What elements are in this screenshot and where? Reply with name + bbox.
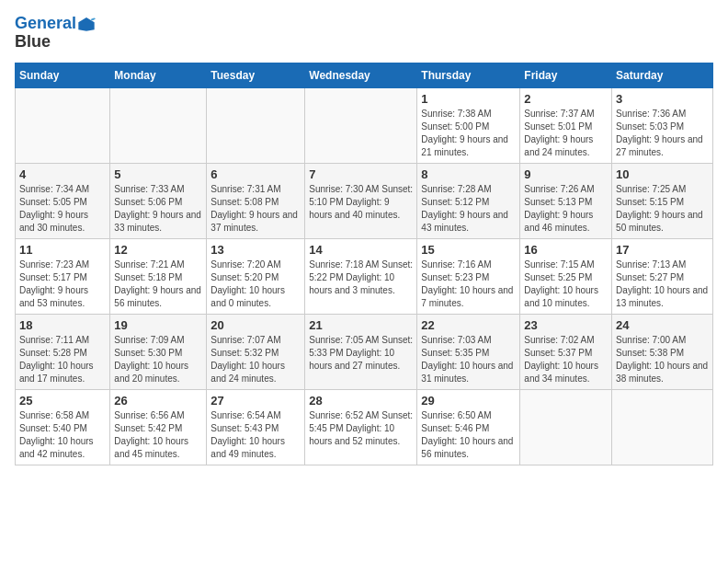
day-info: Sunrise: 7:07 AM Sunset: 5:32 PM Dayligh… bbox=[210, 334, 301, 385]
day-info: Sunrise: 7:30 AM Sunset: 5:10 PM Dayligh… bbox=[309, 183, 413, 222]
calendar-cell: 27Sunrise: 6:54 AM Sunset: 5:43 PM Dayli… bbox=[207, 390, 305, 465]
day-number: 9 bbox=[524, 167, 608, 181]
day-info: Sunrise: 7:16 AM Sunset: 5:23 PM Dayligh… bbox=[421, 259, 516, 310]
day-number: 1 bbox=[421, 92, 516, 106]
day-info: Sunrise: 7:38 AM Sunset: 5:00 PM Dayligh… bbox=[421, 108, 516, 159]
calendar-cell: 23Sunrise: 7:02 AM Sunset: 5:37 PM Dayli… bbox=[520, 315, 612, 390]
page-header: GeneralBlue bbox=[15, 15, 713, 52]
calendar-week-row: 25Sunrise: 6:58 AM Sunset: 5:40 PM Dayli… bbox=[16, 390, 713, 465]
header-saturday: Saturday bbox=[612, 63, 713, 88]
day-number: 5 bbox=[114, 167, 202, 181]
calendar-cell: 1Sunrise: 7:38 AM Sunset: 5:00 PM Daylig… bbox=[417, 88, 520, 164]
logo-text: GeneralBlue bbox=[15, 15, 97, 52]
day-info: Sunrise: 7:26 AM Sunset: 5:13 PM Dayligh… bbox=[524, 183, 608, 235]
calendar-header-row: SundayMondayTuesdayWednesdayThursdayFrid… bbox=[16, 63, 713, 88]
calendar-cell: 18Sunrise: 7:11 AM Sunset: 5:28 PM Dayli… bbox=[16, 315, 110, 390]
day-number: 12 bbox=[114, 243, 202, 257]
day-number: 17 bbox=[616, 243, 709, 257]
day-number: 13 bbox=[210, 243, 301, 257]
day-info: Sunrise: 7:28 AM Sunset: 5:12 PM Dayligh… bbox=[421, 183, 516, 235]
day-info: Sunrise: 6:56 AM Sunset: 5:42 PM Dayligh… bbox=[114, 409, 202, 461]
day-number: 29 bbox=[421, 394, 516, 408]
day-number: 11 bbox=[19, 243, 106, 257]
calendar-cell: 10Sunrise: 7:25 AM Sunset: 5:15 PM Dayli… bbox=[612, 164, 713, 239]
calendar-cell: 22Sunrise: 7:03 AM Sunset: 5:35 PM Dayli… bbox=[417, 315, 520, 390]
calendar-cell: 12Sunrise: 7:21 AM Sunset: 5:18 PM Dayli… bbox=[110, 239, 207, 315]
calendar-cell: 11Sunrise: 7:23 AM Sunset: 5:17 PM Dayli… bbox=[16, 239, 110, 315]
day-info: Sunrise: 7:00 AM Sunset: 5:38 PM Dayligh… bbox=[616, 334, 709, 385]
calendar-cell: 2Sunrise: 7:37 AM Sunset: 5:01 PM Daylig… bbox=[520, 88, 612, 164]
header-sunday: Sunday bbox=[16, 63, 110, 88]
day-number: 25 bbox=[19, 394, 106, 408]
day-number: 7 bbox=[309, 167, 413, 181]
day-number: 6 bbox=[210, 167, 301, 181]
day-info: Sunrise: 6:54 AM Sunset: 5:43 PM Dayligh… bbox=[210, 409, 301, 461]
calendar-cell: 3Sunrise: 7:36 AM Sunset: 5:03 PM Daylig… bbox=[612, 88, 713, 164]
day-number: 23 bbox=[524, 318, 608, 332]
day-info: Sunrise: 6:50 AM Sunset: 5:46 PM Dayligh… bbox=[421, 409, 516, 461]
day-info: Sunrise: 7:15 AM Sunset: 5:25 PM Dayligh… bbox=[524, 259, 608, 310]
day-number: 4 bbox=[19, 167, 106, 181]
day-info: Sunrise: 7:31 AM Sunset: 5:08 PM Dayligh… bbox=[210, 183, 301, 235]
calendar-cell: 26Sunrise: 6:56 AM Sunset: 5:42 PM Dayli… bbox=[110, 390, 207, 465]
day-info: Sunrise: 7:34 AM Sunset: 5:05 PM Dayligh… bbox=[19, 183, 106, 235]
calendar-cell: 19Sunrise: 7:09 AM Sunset: 5:30 PM Dayli… bbox=[110, 315, 207, 390]
calendar-week-row: 4Sunrise: 7:34 AM Sunset: 5:05 PM Daylig… bbox=[16, 164, 713, 239]
calendar-cell: 24Sunrise: 7:00 AM Sunset: 5:38 PM Dayli… bbox=[612, 315, 713, 390]
day-number: 26 bbox=[114, 394, 202, 408]
calendar-cell: 20Sunrise: 7:07 AM Sunset: 5:32 PM Dayli… bbox=[207, 315, 305, 390]
day-info: Sunrise: 7:20 AM Sunset: 5:20 PM Dayligh… bbox=[210, 259, 301, 310]
calendar-cell: 8Sunrise: 7:28 AM Sunset: 5:12 PM Daylig… bbox=[417, 164, 520, 239]
header-wednesday: Wednesday bbox=[305, 63, 417, 88]
calendar-cell: 7Sunrise: 7:30 AM Sunset: 5:10 PM Daylig… bbox=[305, 164, 417, 239]
day-number: 8 bbox=[421, 167, 516, 181]
day-number: 24 bbox=[616, 318, 709, 332]
day-info: Sunrise: 7:02 AM Sunset: 5:37 PM Dayligh… bbox=[524, 334, 608, 385]
day-info: Sunrise: 7:09 AM Sunset: 5:30 PM Dayligh… bbox=[114, 334, 202, 385]
header-friday: Friday bbox=[520, 63, 612, 88]
calendar-cell: 13Sunrise: 7:20 AM Sunset: 5:20 PM Dayli… bbox=[207, 239, 305, 315]
calendar-cell bbox=[612, 390, 713, 465]
day-number: 20 bbox=[210, 318, 301, 332]
day-info: Sunrise: 7:11 AM Sunset: 5:28 PM Dayligh… bbox=[19, 334, 106, 385]
day-info: Sunrise: 7:37 AM Sunset: 5:01 PM Dayligh… bbox=[524, 108, 608, 159]
day-info: Sunrise: 7:21 AM Sunset: 5:18 PM Dayligh… bbox=[114, 259, 202, 310]
calendar-cell: 14Sunrise: 7:18 AM Sunset: 5:22 PM Dayli… bbox=[305, 239, 417, 315]
calendar-cell: 25Sunrise: 6:58 AM Sunset: 5:40 PM Dayli… bbox=[16, 390, 110, 465]
day-info: Sunrise: 6:52 AM Sunset: 5:45 PM Dayligh… bbox=[309, 409, 413, 448]
calendar-table: SundayMondayTuesdayWednesdayThursdayFrid… bbox=[15, 63, 713, 465]
day-number: 22 bbox=[421, 318, 516, 332]
calendar-cell bbox=[16, 88, 110, 164]
day-number: 3 bbox=[616, 92, 709, 106]
calendar-cell: 17Sunrise: 7:13 AM Sunset: 5:27 PM Dayli… bbox=[612, 239, 713, 315]
calendar-cell: 9Sunrise: 7:26 AM Sunset: 5:13 PM Daylig… bbox=[520, 164, 612, 239]
day-info: Sunrise: 7:18 AM Sunset: 5:22 PM Dayligh… bbox=[309, 259, 413, 297]
calendar-cell: 16Sunrise: 7:15 AM Sunset: 5:25 PM Dayli… bbox=[520, 239, 612, 315]
day-info: Sunrise: 6:58 AM Sunset: 5:40 PM Dayligh… bbox=[19, 409, 106, 461]
calendar-cell bbox=[520, 390, 612, 465]
day-number: 27 bbox=[210, 394, 301, 408]
calendar-cell: 29Sunrise: 6:50 AM Sunset: 5:46 PM Dayli… bbox=[417, 390, 520, 465]
day-number: 18 bbox=[19, 318, 106, 332]
day-number: 28 bbox=[309, 394, 413, 408]
day-info: Sunrise: 7:25 AM Sunset: 5:15 PM Dayligh… bbox=[616, 183, 709, 235]
day-info: Sunrise: 7:03 AM Sunset: 5:35 PM Dayligh… bbox=[421, 334, 516, 385]
day-number: 16 bbox=[524, 243, 608, 257]
calendar-cell bbox=[110, 88, 207, 164]
day-info: Sunrise: 7:05 AM Sunset: 5:33 PM Dayligh… bbox=[309, 334, 413, 373]
calendar-week-row: 11Sunrise: 7:23 AM Sunset: 5:17 PM Dayli… bbox=[16, 239, 713, 315]
day-info: Sunrise: 7:36 AM Sunset: 5:03 PM Dayligh… bbox=[616, 108, 709, 159]
calendar-week-row: 1Sunrise: 7:38 AM Sunset: 5:00 PM Daylig… bbox=[16, 88, 713, 164]
day-number: 2 bbox=[524, 92, 608, 106]
header-thursday: Thursday bbox=[417, 63, 520, 88]
header-monday: Monday bbox=[110, 63, 207, 88]
calendar-cell: 4Sunrise: 7:34 AM Sunset: 5:05 PM Daylig… bbox=[16, 164, 110, 239]
calendar-cell: 15Sunrise: 7:16 AM Sunset: 5:23 PM Dayli… bbox=[417, 239, 520, 315]
day-number: 14 bbox=[309, 243, 413, 257]
day-info: Sunrise: 7:13 AM Sunset: 5:27 PM Dayligh… bbox=[616, 259, 709, 310]
calendar-cell: 21Sunrise: 7:05 AM Sunset: 5:33 PM Dayli… bbox=[305, 315, 417, 390]
calendar-cell bbox=[207, 88, 305, 164]
day-number: 21 bbox=[309, 318, 413, 332]
day-number: 15 bbox=[421, 243, 516, 257]
day-number: 19 bbox=[114, 318, 202, 332]
